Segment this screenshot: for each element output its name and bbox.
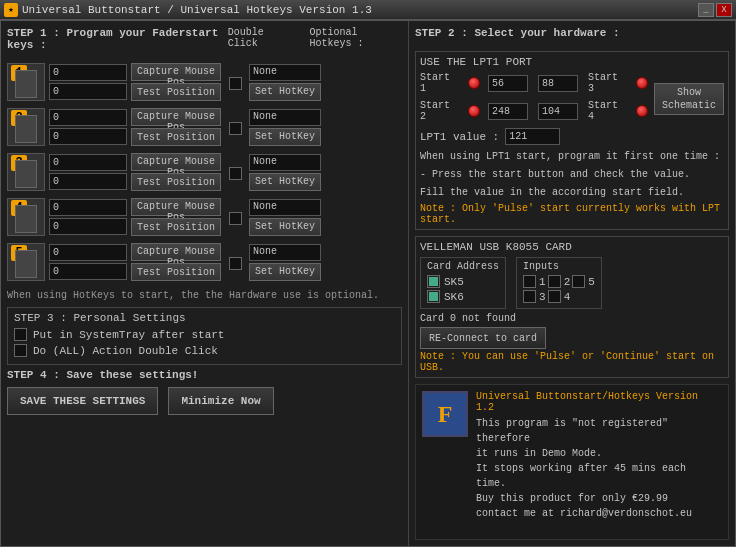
test-btn-3[interactable]: Test Position (131, 173, 221, 191)
start4-input[interactable] (538, 103, 578, 120)
fader-input-3b[interactable] (49, 173, 127, 190)
test-btn-4[interactable]: Test Position (131, 218, 221, 236)
fader-row-3: 3 Capture Mouse Pos Test Position None S… (7, 151, 402, 193)
promo-line2: it runs in Demo Mode. (476, 446, 722, 461)
fader-btns-3: Capture Mouse Pos Test Position (131, 153, 221, 191)
promo-line5: contact me at richard@verdonschot.eu (476, 506, 722, 521)
set-hotkey-btn-3[interactable]: Set HotKey (249, 173, 321, 191)
close-title-button[interactable]: X (716, 3, 732, 17)
minimize-now-button[interactable]: Minimize Now (168, 387, 273, 415)
right-panel: STEP 2 : Select your hardware : USE THE … (409, 21, 735, 546)
test-btn-2[interactable]: Test Position (131, 128, 221, 146)
hotkey-col-3: None Set HotKey (249, 154, 321, 191)
reconnect-button[interactable]: RE-Connect to card (420, 327, 546, 349)
set-hotkey-btn-2[interactable]: Set HotKey (249, 128, 321, 146)
lpt-note: Note : Only 'Pulse' start currently work… (420, 203, 724, 225)
hotkey-col-5: None Set HotKey (249, 244, 321, 281)
sk6-checkbox[interactable] (427, 290, 440, 303)
usb-note: Note : You can use 'Pulse' or 'Continue'… (420, 351, 724, 373)
step3-section: STEP 3 : Personal Settings Put in System… (7, 307, 402, 365)
inputs-grid: 1 2 5 3 (523, 275, 595, 303)
app-icon: ★ (4, 3, 18, 17)
double-click-header: Double Click (228, 27, 290, 57)
lpt-start2-row: Start 2 (420, 100, 528, 122)
double-click-check-1[interactable] (229, 77, 242, 90)
test-btn-1[interactable]: Test Position (131, 83, 221, 101)
set-hotkey-btn-1[interactable]: Set HotKey (249, 83, 321, 101)
double-click-check-5[interactable] (229, 257, 242, 270)
hotkey-col-4: None Set HotKey (249, 199, 321, 236)
systemtray-checkbox[interactable] (14, 328, 27, 341)
start3-input[interactable] (538, 75, 578, 92)
input-checkbox-4[interactable] (548, 290, 561, 303)
sk5-label: SK5 (444, 276, 464, 288)
save-settings-button[interactable]: SAVE THESE SETTINGS (7, 387, 158, 415)
fader-input-2b[interactable] (49, 128, 127, 145)
fader-input-4a[interactable] (49, 199, 127, 216)
systemtray-label: Put in SystemTray after start (33, 329, 224, 341)
start1-input[interactable] (488, 75, 528, 92)
fader-slider-4 (15, 205, 37, 233)
sk5-checkbox[interactable] (427, 275, 440, 288)
input-checkbox-1[interactable] (523, 275, 536, 288)
test-btn-5[interactable]: Test Position (131, 263, 221, 281)
fader-input-5a[interactable] (49, 244, 127, 261)
fader-input-5b[interactable] (49, 263, 127, 280)
start2-input[interactable] (488, 103, 528, 120)
input-check-4: 4 (548, 290, 571, 303)
fader-input-2a[interactable] (49, 109, 127, 126)
fader-rows: 1 Capture Mouse Pos Test Position None S… (7, 61, 402, 283)
fader-inputs-5 (49, 244, 127, 280)
input-checkbox-5[interactable] (572, 275, 585, 288)
fader-input-3a[interactable] (49, 154, 127, 171)
fader-row-2: 2 Capture Mouse Pos Test Position None S… (7, 106, 402, 148)
double-click-check-4[interactable] (229, 212, 242, 225)
set-hotkey-btn-4[interactable]: Set HotKey (249, 218, 321, 236)
fader-btns-4: Capture Mouse Pos Test Position (131, 198, 221, 236)
promo-box: F Universal Buttonstart/Hotkeys Version … (415, 384, 729, 540)
lpt1-value-input[interactable] (505, 128, 560, 145)
optional-hotkeys-header: Optional Hotkeys : (309, 27, 402, 57)
input-check-1: 1 (523, 275, 546, 288)
title-bar: ★ Universal Buttonstart / Universal Hotk… (0, 0, 736, 20)
double-click-check-3[interactable] (229, 167, 242, 180)
step4-section: STEP 4 : Save these settings! SAVE THESE… (7, 369, 402, 415)
input-checkbox-2[interactable] (548, 275, 561, 288)
show-schematic-button[interactable]: Show Schematic (654, 83, 724, 115)
input-checkbox-3[interactable] (523, 290, 536, 303)
set-hotkey-btn-5[interactable]: Set HotKey (249, 263, 321, 281)
capture-btn-5[interactable]: Capture Mouse Pos (131, 243, 221, 261)
fader-icon-4: 4 (7, 198, 45, 236)
capture-btn-2[interactable]: Capture Mouse Pos (131, 108, 221, 126)
usb-inner: Card Address SK5 SK6 Inputs (420, 257, 724, 309)
fader-input-1a[interactable] (49, 64, 127, 81)
capture-btn-1[interactable]: Capture Mouse Pos (131, 63, 221, 81)
fader-icon-5: 5 (7, 243, 45, 281)
fader-slider-1 (15, 70, 37, 98)
fader-btns-5: Capture Mouse Pos Test Position (131, 243, 221, 281)
lpt-start1-row: Start 1 (420, 72, 528, 94)
capture-btn-4[interactable]: Capture Mouse Pos (131, 198, 221, 216)
step2-header: STEP 2 : Select your hardware : (415, 27, 729, 39)
hotkey-col-1: None Set HotKey (249, 64, 321, 101)
minimize-title-button[interactable]: _ (698, 3, 714, 17)
fader-input-4b[interactable] (49, 218, 127, 235)
promo-line3: It stops working after 45 mins each time… (476, 461, 722, 491)
fader-row-5: 5 Capture Mouse Pos Test Position None S… (7, 241, 402, 283)
promo-text-block: Universal Buttonstart/Hotkeys Version 1.… (476, 391, 722, 533)
lpt-title: USE THE LPT1 PORT (420, 56, 724, 68)
fader-inputs-1 (49, 64, 127, 100)
promo-icon: F (422, 391, 468, 437)
fader-input-1b[interactable] (49, 83, 127, 100)
start1-label: Start 1 (420, 72, 460, 94)
double-click-all-checkbox[interactable] (14, 344, 27, 357)
double-click-check-2[interactable] (229, 122, 242, 135)
step1-header: STEP 1 : Program your Faderstart keys : (7, 27, 228, 51)
lpt-start4-row: Start 4 (538, 100, 648, 122)
main-container: STEP 1 : Program your Faderstart keys : … (0, 20, 736, 547)
card-address-box: Card Address SK5 SK6 (420, 257, 506, 309)
sk6-row: SK6 (427, 290, 499, 303)
fader-inputs-2 (49, 109, 127, 145)
capture-btn-3[interactable]: Capture Mouse Pos (131, 153, 221, 171)
fader-row-4: 4 Capture Mouse Pos Test Position None S… (7, 196, 402, 238)
